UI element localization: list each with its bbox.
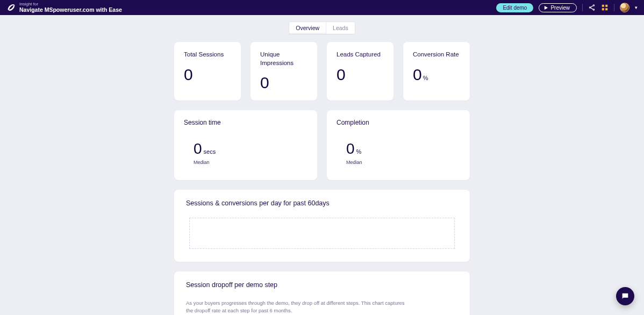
tab-leads[interactable]: Leads xyxy=(326,22,355,34)
card-title: Sessions & conversions per day for past … xyxy=(186,199,458,207)
card-body: 0secs Median xyxy=(184,141,307,165)
card-sub: Median xyxy=(346,160,460,165)
stat-total-sessions: Total Sessions 0 xyxy=(174,42,241,101)
topbar: Insight for Navigate MSpoweruser.com wit… xyxy=(0,0,644,15)
svg-point-2 xyxy=(593,9,594,10)
card-body: 0% Median xyxy=(337,141,460,165)
mid-row: Session time 0secs Median Completion 0% … xyxy=(174,110,470,180)
sessions-chart-card: Sessions & conversions per day for past … xyxy=(174,190,470,262)
user-menu-caret[interactable]: ▾ xyxy=(635,5,638,10)
edit-demo-button[interactable]: Edit demo xyxy=(496,3,533,12)
play-icon xyxy=(543,5,548,10)
svg-point-1 xyxy=(589,7,590,8)
dropoff-chart-card: Session dropoff per demo step As your bu… xyxy=(174,271,470,315)
stat-value: 0 xyxy=(184,67,231,83)
svg-rect-4 xyxy=(605,5,607,7)
svg-rect-6 xyxy=(605,8,607,10)
card-value: 0 xyxy=(346,141,355,156)
stat-value: 0% xyxy=(413,67,460,83)
share-icon[interactable] xyxy=(588,4,596,11)
stat-leads-captured: Leads Captured 0 xyxy=(327,42,393,101)
svg-rect-3 xyxy=(602,5,604,7)
stat-label: Unique Impressions xyxy=(260,51,307,67)
chat-icon xyxy=(621,292,629,300)
card-unit: secs xyxy=(204,148,216,155)
card-title: Session dropoff per demo step xyxy=(186,281,458,289)
divider xyxy=(582,4,583,11)
avatar[interactable] xyxy=(620,3,629,12)
preview-button[interactable]: Preview xyxy=(539,3,577,12)
session-time-card: Session time 0secs Median xyxy=(174,110,317,180)
tab-overview[interactable]: Overview xyxy=(289,22,326,34)
tabbar: Overview Leads xyxy=(289,22,355,34)
divider xyxy=(614,4,614,11)
card-title: Completion xyxy=(337,119,460,126)
topbar-right: Edit demo Preview ▾ xyxy=(496,3,638,12)
dashboard-container: Total Sessions 0 Unique Impressions 0 Le… xyxy=(174,42,470,315)
topbar-left: Insight for Navigate MSpoweruser.com wit… xyxy=(6,2,496,13)
stats-row: Total Sessions 0 Unique Impressions 0 Le… xyxy=(174,42,470,101)
card-value: 0 xyxy=(194,141,202,156)
card-title: Session time xyxy=(184,119,307,126)
stat-unique-impressions: Unique Impressions 0 xyxy=(251,42,317,101)
content: Overview Leads Total Sessions 0 Unique I… xyxy=(0,15,644,315)
grid-icon[interactable] xyxy=(601,4,609,11)
svg-rect-5 xyxy=(602,8,604,10)
card-unit: % xyxy=(356,148,362,155)
stat-value: 0 xyxy=(337,67,384,83)
chart-placeholder xyxy=(189,218,455,249)
stat-label: Conversion Rate xyxy=(413,51,460,59)
feather-icon xyxy=(6,3,15,12)
page-title: Navigate MSpoweruser.com with Ease xyxy=(19,7,122,13)
card-description: As your buyers progresses through the de… xyxy=(186,299,412,314)
card-sub: Median xyxy=(194,160,307,165)
completion-card: Completion 0% Median xyxy=(327,110,470,180)
stat-conversion-rate: Conversion Rate 0% xyxy=(403,42,470,101)
insight-block: Insight for Navigate MSpoweruser.com wit… xyxy=(19,2,122,13)
stat-label: Leads Captured xyxy=(337,51,384,59)
preview-label: Preview xyxy=(550,5,570,11)
stat-label: Total Sessions xyxy=(184,51,231,59)
svg-point-0 xyxy=(593,5,594,6)
chat-fab[interactable] xyxy=(616,287,634,305)
stat-value: 0 xyxy=(260,75,307,91)
